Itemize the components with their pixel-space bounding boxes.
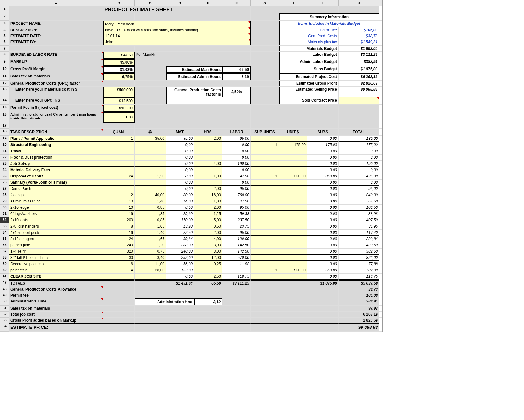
task-quan[interactable]: 10	[103, 198, 135, 204]
task-at[interactable]: 1,85	[135, 211, 166, 217]
task-su[interactable]	[251, 155, 279, 160]
task-su[interactable]	[251, 198, 279, 204]
task-unit[interactable]	[279, 223, 307, 229]
task-at[interactable]: 40,00	[135, 192, 166, 198]
task-desc[interactable]: 2x8 joist hangers	[9, 223, 103, 229]
rownum[interactable]: 23	[0, 161, 9, 167]
task-desc[interactable]: Job Set-up	[9, 161, 103, 167]
task-su[interactable]	[251, 236, 279, 242]
task-su[interactable]	[251, 180, 279, 186]
rownum[interactable]: 36	[0, 242, 9, 249]
task-unit[interactable]	[279, 274, 307, 280]
task-desc[interactable]: CLEAR JOB SITE	[9, 274, 103, 280]
rownum[interactable]: 41	[0, 274, 9, 280]
task-hrs[interactable]: 2,00	[194, 205, 222, 211]
task-desc[interactable]: paint/stain	[9, 267, 103, 273]
task-hrs[interactable]: 2,00	[194, 136, 222, 142]
col-I[interactable]: I	[307, 0, 339, 6]
task-quan[interactable]: 4	[103, 267, 135, 273]
task-su[interactable]: 1	[251, 142, 279, 148]
rownum[interactable]: 25	[0, 173, 9, 180]
project-name-input[interactable]: Mary Green deck	[103, 21, 251, 27]
task-desc[interactable]: aluminum flashing	[9, 198, 103, 204]
task-unit[interactable]	[279, 161, 307, 167]
task-hrs[interactable]: 2,00	[194, 186, 222, 192]
task-hrs[interactable]: 4,00	[194, 236, 222, 242]
task-desc[interactable]: 36" tall PT colonial rails	[9, 255, 103, 261]
rownum[interactable]: 22	[0, 155, 9, 161]
task-hrs[interactable]	[194, 167, 222, 173]
task-at[interactable]	[135, 155, 166, 160]
task-unit[interactable]	[279, 192, 307, 198]
task-desc[interactable]: Plans / Permit Application	[9, 136, 103, 142]
task-quan[interactable]	[103, 161, 135, 167]
task-desc[interactable]: Decorative post caps	[9, 261, 103, 267]
task-unit[interactable]: 350,00	[279, 173, 307, 179]
task-desc[interactable]: Demo Porch	[9, 186, 103, 192]
task-at[interactable]	[135, 274, 166, 280]
task-su[interactable]: 1	[251, 173, 279, 179]
task-quan[interactable]: 8	[103, 223, 135, 229]
task-su[interactable]	[251, 242, 279, 248]
task-quan[interactable]: 320	[103, 249, 135, 255]
task-su[interactable]	[251, 230, 279, 236]
col-H[interactable]: H	[279, 0, 307, 6]
task-at[interactable]: 1,20	[135, 173, 166, 179]
task-quan[interactable]: 6	[103, 261, 135, 267]
rownum[interactable]: 20	[0, 142, 9, 148]
task-at[interactable]: 0,85	[135, 217, 166, 223]
task-desc[interactable]: 2x10 ledger	[9, 205, 103, 211]
task-hrs[interactable]	[194, 155, 222, 160]
task-su[interactable]	[251, 205, 279, 211]
task-quan[interactable]	[103, 148, 135, 154]
task-at[interactable]: 8,40	[135, 255, 166, 261]
markup-input[interactable]: 45,00%	[103, 59, 135, 66]
task-unit[interactable]: 175,00	[279, 142, 307, 148]
task-desc[interactable]: Material Delivery Fees	[9, 167, 103, 173]
task-unit[interactable]	[279, 148, 307, 154]
task-su[interactable]	[251, 186, 279, 192]
task-unit[interactable]	[279, 167, 307, 173]
task-quan[interactable]	[103, 167, 135, 173]
task-desc[interactable]: primed pine	[9, 242, 103, 248]
rownum[interactable]: 40	[0, 267, 9, 274]
date-input[interactable]: 12.01.14	[103, 33, 251, 39]
task-hrs[interactable]	[194, 142, 222, 148]
task-su[interactable]	[251, 274, 279, 280]
col-D[interactable]: D	[166, 0, 194, 6]
task-unit[interactable]	[279, 180, 307, 186]
col-E[interactable]: E	[194, 0, 222, 6]
col-G[interactable]: G	[251, 0, 279, 6]
task-at[interactable]	[135, 142, 166, 148]
rownum[interactable]: 39	[0, 261, 9, 267]
rownum[interactable]: 37	[0, 249, 9, 255]
task-desc[interactable]: Travel	[9, 148, 103, 154]
task-su[interactable]: 1	[251, 267, 279, 273]
task-su[interactable]	[251, 217, 279, 223]
labor-rate-input[interactable]: $47,50	[103, 52, 135, 59]
task-at[interactable]: 1,20	[135, 242, 166, 248]
task-desc[interactable]: 2x10 joists	[9, 217, 103, 223]
task-at[interactable]: 1,40	[135, 198, 166, 204]
task-unit[interactable]	[279, 255, 307, 261]
task-hrs[interactable]	[194, 267, 222, 273]
task-quan[interactable]	[103, 274, 135, 280]
task-desc[interactable]: Sanitary (Porta-John or similar)	[9, 180, 103, 186]
rownum[interactable]: 35	[0, 236, 9, 242]
task-at[interactable]: 0,75	[135, 249, 166, 255]
rownum[interactable]: 30	[0, 205, 9, 211]
task-quan[interactable]: 2	[103, 192, 135, 198]
task-at[interactable]: 0,85	[135, 205, 166, 211]
col-F[interactable]: F	[222, 0, 251, 6]
task-unit[interactable]	[279, 211, 307, 217]
task-quan[interactable]	[103, 180, 135, 186]
task-unit[interactable]	[279, 198, 307, 204]
task-desc[interactable]: 1x4 se fir	[9, 249, 103, 255]
task-hrs[interactable]: 3,00	[194, 242, 222, 248]
task-su[interactable]	[251, 211, 279, 217]
col-A[interactable]: A	[9, 0, 103, 6]
col-C[interactable]: C	[135, 0, 166, 6]
task-unit[interactable]: 550,00	[279, 267, 307, 273]
task-quan[interactable]	[103, 155, 135, 160]
task-hrs[interactable]: 1,00	[194, 173, 222, 179]
